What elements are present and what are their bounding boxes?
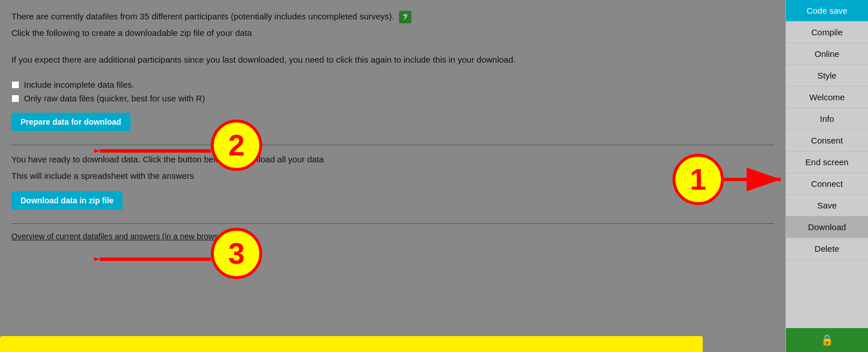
main-content: There are currently datafiles from 35 di… (0, 0, 785, 352)
info-line1: There are currently datafiles from 35 di… (11, 10, 774, 23)
checkbox-incomplete-label: Include incomplete data files. (24, 80, 134, 89)
download-zip-button[interactable]: Download data in zip file (11, 191, 123, 210)
info-line2: Click the following to create a download… (11, 27, 774, 40)
checkbox-incomplete[interactable]: Include incomplete data files. (11, 80, 774, 89)
separator-2 (11, 223, 774, 224)
ready-line2: This will include a spreadsheet with the… (11, 170, 774, 183)
checkbox-raw[interactable]: Only raw data files (quicker, best for u… (11, 93, 774, 103)
separator-1 (11, 145, 774, 145)
sidebar-item-online[interactable]: Online (786, 43, 868, 65)
sidebar-lock-button[interactable]: 🔒 (786, 328, 868, 352)
sidebar-item-download[interactable]: Download (786, 216, 868, 238)
sidebar-item-end-screen[interactable]: End screen (786, 152, 868, 173)
info-line3: If you expect there are additional parti… (11, 54, 774, 67)
overview-link[interactable]: Overview of current datafiles and answer… (11, 232, 774, 241)
prepare-download-button[interactable]: Prepare data for download (11, 113, 131, 131)
checkbox-incomplete-input[interactable] (11, 81, 19, 89)
sidebar: Code save Compile Online Style Welcome I… (785, 0, 868, 352)
sidebar-item-style[interactable]: Style (786, 65, 868, 87)
sidebar-item-welcome[interactable]: Welcome (786, 87, 868, 108)
sidebar-item-delete[interactable]: Delete (786, 238, 868, 260)
ready-line1: You have ready to download data. Click t… (11, 153, 774, 166)
sidebar-item-connect[interactable]: Connect (786, 173, 868, 195)
checkbox-raw-label: Only raw data files (quicker, best for u… (24, 93, 205, 103)
sidebar-item-info[interactable]: Info (786, 108, 868, 130)
yellow-bar (0, 336, 703, 352)
sidebar-item-consent[interactable]: Consent (786, 130, 868, 152)
sidebar-item-code-save[interactable]: Code save (786, 0, 868, 22)
checkbox-raw-input[interactable] (11, 95, 19, 103)
help-button[interactable]: ? (399, 11, 411, 23)
sidebar-item-save[interactable]: Save (786, 195, 868, 216)
sidebar-item-compile[interactable]: Compile (786, 22, 868, 43)
